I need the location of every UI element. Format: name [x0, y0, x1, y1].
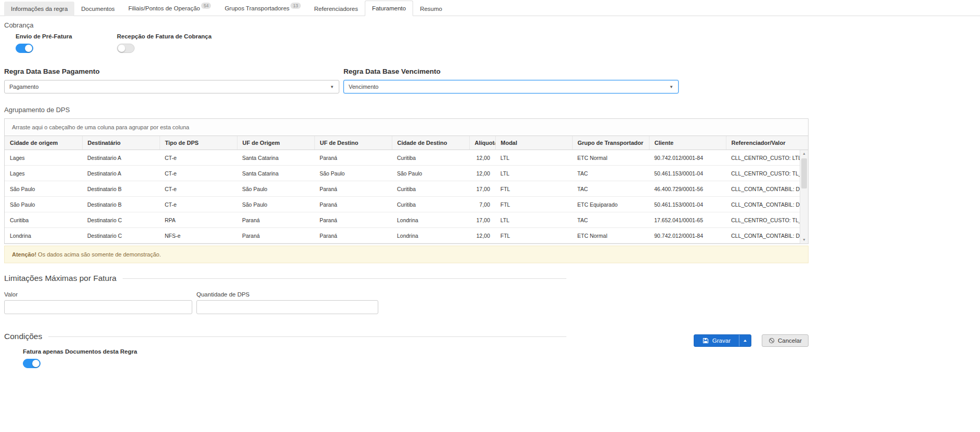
quantidade-dps-input[interactable]: [196, 300, 378, 314]
table-cell: Lages: [5, 166, 82, 181]
table-cell: 12,00: [469, 228, 495, 244]
table-cell: Santa Catarina: [237, 150, 314, 166]
action-buttons-footer: Gravar Cancelar: [0, 334, 809, 347]
tab-faturamento[interactable]: Faturamento: [365, 1, 413, 16]
scrollbar-header-filler: [800, 136, 808, 150]
table-cell: RPA: [160, 212, 237, 228]
column-header[interactable]: Modal: [495, 136, 572, 150]
column-header[interactable]: Tipo de DPS: [160, 136, 237, 150]
column-header[interactable]: Referenciador/Valor: [726, 136, 800, 150]
regra-vencimento-label: Regra Data Base Vencimento: [343, 68, 679, 75]
table-cell: Curitiba: [392, 150, 469, 166]
tab-filiais-pontos-operacao[interactable]: Filiais/Pontos de Operação54: [122, 1, 218, 17]
tab-label: Documentos: [81, 6, 115, 12]
tab-bar: Informações da regra Documentos Filiais/…: [0, 0, 980, 16]
table-row[interactable]: LondrinaDestinatario CNFS-eParanáParanáL…: [5, 228, 800, 244]
table-cell: Paraná: [314, 181, 392, 197]
table-row[interactable]: CuritibaDestinatario CRPAParanáParanáLon…: [5, 212, 800, 228]
column-header[interactable]: Cliente: [649, 136, 726, 150]
table-cell: TAC: [572, 212, 649, 228]
table-cell: 17.652.041/0001-65: [649, 212, 726, 228]
regra-pagamento-select[interactable]: Pagamento ▼: [4, 80, 339, 93]
table-cell: Destinatario A: [82, 166, 160, 181]
table-cell: CLL_CENTRO_CUSTO: TL_DIST: [726, 212, 800, 228]
column-header[interactable]: Cidade de Destino: [392, 136, 469, 150]
table-cell: 90.742.012/0001-84: [649, 228, 726, 244]
envio-pre-fatura-toggle[interactable]: [16, 44, 33, 53]
cancel-button[interactable]: Cancelar: [762, 334, 809, 347]
column-header[interactable]: Alíquota: [469, 136, 495, 150]
table-cell: 12,00: [469, 150, 495, 166]
caret-up-icon: [744, 340, 747, 342]
save-dropdown-caret[interactable]: [739, 335, 751, 346]
tab-count-badge: 54: [201, 3, 211, 9]
table-cell: ETC Equiparado: [572, 197, 649, 212]
table-cell: FTL: [495, 181, 572, 197]
recepcao-fatura-field: Recepção de Fatura de Cobrança: [105, 33, 211, 53]
regras-row: Regra Data Base Pagamento Pagamento ▼ Re…: [4, 68, 976, 93]
table-row[interactable]: LagesDestinatario ACT-eSanta CatarinaPar…: [5, 150, 800, 166]
selected-value: Vencimento: [349, 84, 378, 90]
tab-documentos[interactable]: Documentos: [74, 2, 122, 16]
grid-vertical-scrollbar[interactable]: ▲ ▼: [800, 150, 808, 244]
recepcao-fatura-toggle[interactable]: [117, 44, 135, 53]
table-cell: Paraná: [314, 197, 392, 212]
table-cell: Londrina: [392, 212, 469, 228]
column-header[interactable]: Grupo de Transportador: [572, 136, 649, 150]
table-cell: CT-e: [160, 150, 237, 166]
scroll-down-icon[interactable]: ▼: [800, 236, 808, 244]
cancel-icon: [769, 338, 775, 344]
table-cell: CLL_CONTA_CONTABIL: DEPART_A: [726, 228, 800, 244]
table-cell: Curitiba: [5, 212, 82, 228]
column-header[interactable]: UF de Origem: [237, 136, 314, 150]
table-cell: São Paulo: [392, 166, 469, 181]
tab-label: Informações da regra: [11, 6, 68, 12]
scroll-up-icon[interactable]: ▲: [800, 150, 808, 157]
tab-resumo[interactable]: Resumo: [413, 2, 449, 16]
warning-text: Os dados acima são somente de demonstraç…: [36, 251, 161, 258]
table-cell: FTL: [495, 197, 572, 212]
agrupamento-section-title: Agrupamento de DPS: [4, 106, 976, 114]
tab-informacoes-da-regra[interactable]: Informações da regra: [4, 2, 74, 16]
table-cell: Santa Catarina: [237, 166, 314, 181]
table-cell: Curitiba: [392, 181, 469, 197]
demo-data-warning: Atenção! Os dados acima são somente de d…: [4, 246, 809, 263]
save-button[interactable]: Gravar: [694, 335, 739, 346]
table-cell: 7,00: [469, 197, 495, 212]
chevron-down-icon: ▼: [330, 85, 334, 89]
table-row[interactable]: São PauloDestinatario BCT-eSão PauloPara…: [5, 197, 800, 212]
table-row[interactable]: São PauloDestinatario BCT-eSão PauloPara…: [5, 181, 800, 197]
table-cell: Destinatario C: [82, 212, 160, 228]
table-cell: LTL: [495, 150, 572, 166]
column-header[interactable]: Destinatário: [82, 136, 160, 150]
quantidade-dps-label: Quantidade de DPS: [196, 291, 378, 298]
table-cell: 17,00: [469, 181, 495, 197]
table-cell: CLL_CENTRO_CUSTO: LTL_DIST: [726, 150, 800, 166]
table-row[interactable]: LagesDestinatario ACT-eSanta CatarinaSão…: [5, 166, 800, 181]
tab-label: Filiais/Pontos de Operação: [128, 5, 200, 11]
regra-vencimento-select[interactable]: Vencimento ▼: [343, 80, 679, 93]
toggle-knob: [25, 45, 32, 52]
grid-group-drop-zone[interactable]: Arraste aqui o cabeçalho de uma coluna p…: [5, 119, 808, 136]
envio-pre-fatura-field: Envio de Pré-Fatura: [4, 33, 105, 53]
table-cell: 17,00: [469, 212, 495, 228]
table-cell: ETC Normal: [572, 150, 649, 166]
limitacoes-section-title: Limitações Máximas por Fatura: [4, 274, 116, 283]
grid-body-area: Cidade de origemDestinatárioTipo de DPSU…: [5, 136, 808, 244]
table-cell: São Paulo: [5, 181, 82, 197]
scrollbar-thumb[interactable]: [801, 158, 807, 188]
valor-input[interactable]: [4, 300, 192, 314]
tab-referenciadores[interactable]: Referenciadores: [308, 2, 365, 16]
table-cell: Paraná: [237, 212, 314, 228]
column-header[interactable]: UF de Destino: [314, 136, 392, 150]
column-header[interactable]: Cidade de origem: [5, 136, 82, 150]
table-cell: Paraná: [237, 228, 314, 244]
table-cell: Paraná: [314, 228, 392, 244]
fatura-apenas-documentos-toggle[interactable]: [23, 359, 41, 368]
table-cell: 46.400.729/0001-56: [649, 181, 726, 197]
table-cell: Destinatario B: [82, 181, 160, 197]
table-cell: São Paulo: [237, 181, 314, 197]
table-cell: 90.742.012/0001-84: [649, 150, 726, 166]
tab-grupos-transportadores[interactable]: Grupos Transportadores13: [218, 1, 307, 17]
table-cell: Londrina: [392, 228, 469, 244]
